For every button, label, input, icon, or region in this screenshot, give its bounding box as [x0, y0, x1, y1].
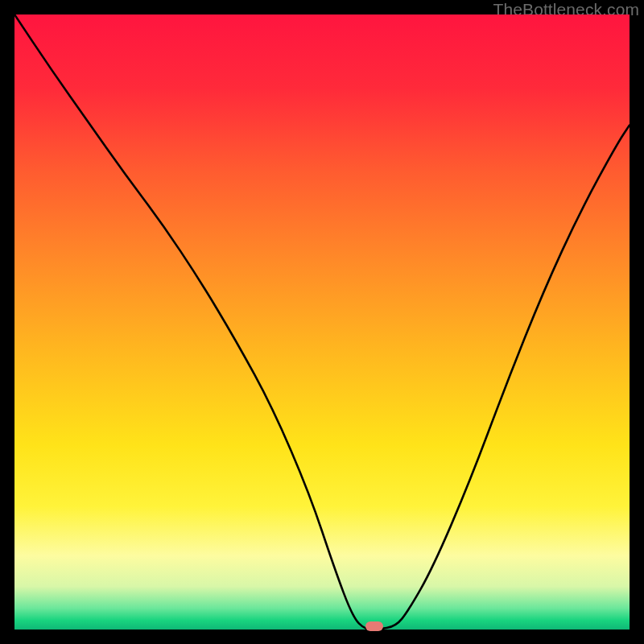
plot-frame: [14, 14, 630, 630]
svg-rect-0: [14, 14, 630, 630]
background-gradient: [14, 14, 630, 630]
chart-stage: TheBottleneck.com: [0, 0, 644, 644]
